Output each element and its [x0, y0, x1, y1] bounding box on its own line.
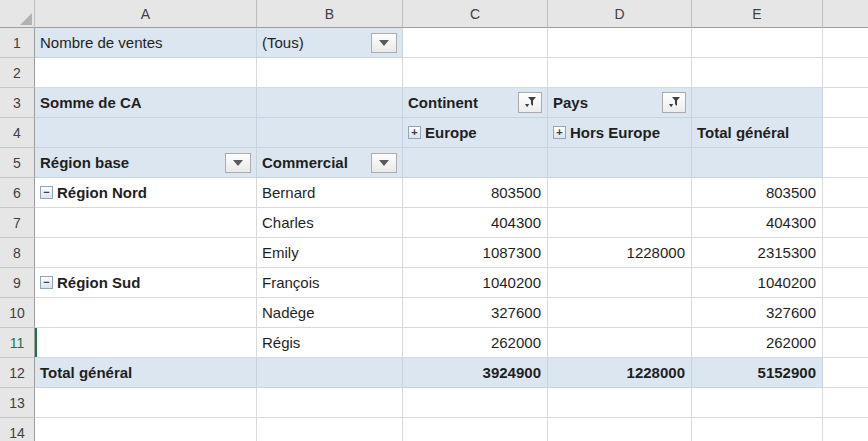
cell-C8[interactable]: 1087300 — [403, 238, 548, 268]
row-header-12[interactable]: 12 — [0, 358, 35, 388]
cell-E14[interactable] — [692, 418, 823, 441]
cell-B7[interactable]: Charles — [257, 208, 403, 238]
page-filter-dropdown-button[interactable] — [371, 33, 397, 53]
cell-A8[interactable] — [35, 238, 257, 268]
cell-E6[interactable]: 803500 — [692, 178, 823, 208]
cell-C11[interactable]: 262000 — [403, 328, 548, 358]
expand-europe-button[interactable]: + — [408, 126, 421, 139]
cell-A1[interactable]: Nombre de ventes — [35, 28, 257, 58]
cell-D4[interactable]: + Hors Europe — [548, 118, 692, 148]
row-header-7[interactable]: 7 — [0, 208, 35, 238]
row-header-13[interactable]: 13 — [0, 388, 35, 418]
region-base-dropdown-button[interactable] — [225, 153, 251, 173]
cell-A7[interactable] — [35, 208, 257, 238]
cell-A14[interactable] — [35, 418, 257, 441]
cell-C7[interactable]: 404300 — [403, 208, 548, 238]
cell-C13[interactable] — [403, 388, 548, 418]
cell-A13[interactable] — [35, 388, 257, 418]
cell-F8[interactable] — [823, 238, 868, 268]
cell-F7[interactable] — [823, 208, 868, 238]
select-all-corner[interactable] — [0, 0, 35, 28]
cell-A5[interactable]: Région base — [35, 148, 257, 178]
cell-D2[interactable] — [548, 58, 692, 88]
cell-C5[interactable] — [403, 148, 548, 178]
cell-B6[interactable]: Bernard — [257, 178, 403, 208]
cell-F10[interactable] — [823, 298, 868, 328]
cell-B3[interactable] — [257, 88, 403, 118]
row-header-3[interactable]: 3 — [0, 88, 35, 118]
cell-F1[interactable] — [823, 28, 868, 58]
cell-B9[interactable]: François — [257, 268, 403, 298]
cell-F13[interactable] — [823, 388, 868, 418]
cell-D13[interactable] — [548, 388, 692, 418]
row-header-11-active[interactable]: 11 — [0, 328, 35, 358]
cell-E2[interactable] — [692, 58, 823, 88]
col-header-B[interactable]: B — [257, 0, 403, 28]
cell-E4[interactable]: Total général — [692, 118, 823, 148]
cell-E13[interactable] — [692, 388, 823, 418]
row-header-5[interactable]: 5 — [0, 148, 35, 178]
cell-B10[interactable]: Nadège — [257, 298, 403, 328]
cell-C2[interactable] — [403, 58, 548, 88]
row-header-8[interactable]: 8 — [0, 238, 35, 268]
cell-F9[interactable] — [823, 268, 868, 298]
cell-A10[interactable] — [35, 298, 257, 328]
cell-A2[interactable] — [35, 58, 257, 88]
collapse-region-nord-button[interactable]: − — [40, 186, 53, 199]
cell-A6[interactable]: − Région Nord — [35, 178, 257, 208]
cell-B13[interactable] — [257, 388, 403, 418]
row-header-9[interactable]: 9 — [0, 268, 35, 298]
cell-D14[interactable] — [548, 418, 692, 441]
cell-A3[interactable]: Somme de CA — [35, 88, 257, 118]
cell-C9[interactable]: 1040200 — [403, 268, 548, 298]
cell-E11[interactable]: 262000 — [692, 328, 823, 358]
cell-D9[interactable] — [548, 268, 692, 298]
cell-E12[interactable]: 5152900 — [692, 358, 823, 388]
cell-F4[interactable] — [823, 118, 868, 148]
cell-B1[interactable]: (Tous) — [257, 28, 403, 58]
cell-D6[interactable] — [548, 178, 692, 208]
cell-E1[interactable] — [692, 28, 823, 58]
cell-E5[interactable] — [692, 148, 823, 178]
cell-F6[interactable] — [823, 178, 868, 208]
cell-D8[interactable]: 1228000 — [548, 238, 692, 268]
cell-B2[interactable] — [257, 58, 403, 88]
continent-filter-button[interactable] — [518, 92, 542, 113]
row-header-10[interactable]: 10 — [0, 298, 35, 328]
row-header-14[interactable]: 14 — [0, 418, 35, 441]
expand-hors-europe-button[interactable]: + — [553, 126, 566, 139]
cell-E9[interactable]: 1040200 — [692, 268, 823, 298]
col-header-E[interactable]: E — [692, 0, 823, 28]
cell-D1[interactable] — [548, 28, 692, 58]
cell-C1[interactable] — [403, 28, 548, 58]
col-header-D[interactable]: D — [548, 0, 692, 28]
cell-B4[interactable] — [257, 118, 403, 148]
cell-F11[interactable] — [823, 328, 868, 358]
cell-B12[interactable] — [257, 358, 403, 388]
cell-F12[interactable] — [823, 358, 868, 388]
cell-C4[interactable]: + Europe — [403, 118, 548, 148]
cell-A9[interactable]: − Région Sud — [35, 268, 257, 298]
row-header-6[interactable]: 6 — [0, 178, 35, 208]
cell-D12[interactable]: 1228000 — [548, 358, 692, 388]
cell-E7[interactable]: 404300 — [692, 208, 823, 238]
cell-E3[interactable] — [692, 88, 823, 118]
cell-A4[interactable] — [35, 118, 257, 148]
cell-D11[interactable] — [548, 328, 692, 358]
cell-F5[interactable] — [823, 148, 868, 178]
pays-filter-button[interactable] — [662, 92, 686, 113]
row-header-1[interactable]: 1 — [0, 28, 35, 58]
cell-C10[interactable]: 327600 — [403, 298, 548, 328]
cell-D10[interactable] — [548, 298, 692, 328]
cell-E8[interactable]: 2315300 — [692, 238, 823, 268]
cell-F3[interactable] — [823, 88, 868, 118]
cell-C3[interactable]: Continent — [403, 88, 548, 118]
cell-B11[interactable]: Régis — [257, 328, 403, 358]
cell-C6[interactable]: 803500 — [403, 178, 548, 208]
row-header-4[interactable]: 4 — [0, 118, 35, 148]
cell-B8[interactable]: Emily — [257, 238, 403, 268]
cell-A12[interactable]: Total général — [35, 358, 257, 388]
cell-A11-active[interactable] — [35, 328, 257, 358]
col-header-C[interactable]: C — [403, 0, 548, 28]
cell-B14[interactable] — [257, 418, 403, 441]
